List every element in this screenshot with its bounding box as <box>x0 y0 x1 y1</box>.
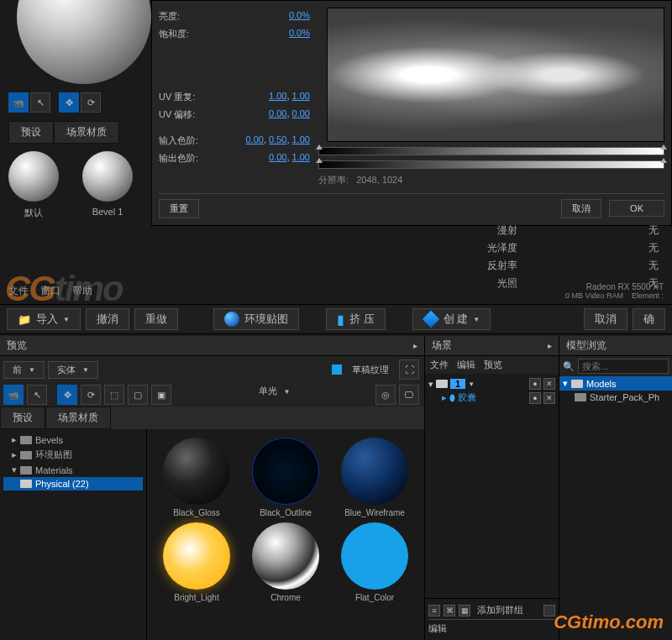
material-chrome[interactable]: Chrome <box>243 522 328 602</box>
folder-icon <box>20 466 32 475</box>
draft-texture-label[interactable]: 草稿纹理 <box>352 364 389 376</box>
preset-bevel1[interactable]: Bevel 1 <box>82 151 133 219</box>
scene-index: 1 <box>450 379 465 389</box>
scene-menu-edit[interactable]: 编辑 <box>457 359 475 371</box>
collapse-icon[interactable]: ▸ <box>413 341 417 350</box>
reset-button[interactable]: 重置 <box>159 199 199 218</box>
search-input[interactable] <box>578 359 669 374</box>
extrude-button[interactable]: ▮挤 压 <box>326 308 386 330</box>
material-black-outline[interactable]: Black_Outline <box>243 438 328 517</box>
folder-icon <box>20 436 32 444</box>
preset-default[interactable]: 默认 <box>8 151 59 219</box>
tree-envmaps[interactable]: ▸ 环境贴图 <box>3 447 143 463</box>
move-icon[interactable]: ✥ <box>59 92 79 113</box>
view-selector[interactable]: 前▼ <box>3 361 45 379</box>
tree-bevels[interactable]: ▸ Bevels <box>3 433 143 447</box>
import-button[interactable]: 📁导入▼ <box>7 308 81 330</box>
out-lvl-2[interactable]: 1.00 <box>292 152 310 162</box>
scene-menu-file[interactable]: 文件 <box>430 359 449 371</box>
folder-icon: 📁 <box>18 313 31 326</box>
uv-repeat-y[interactable]: 1.00 <box>292 91 310 101</box>
redo-button[interactable]: 重做 <box>134 308 178 330</box>
scene-root[interactable]: ▾ 1 ▼ ● ✕ <box>428 377 555 391</box>
create-button[interactable]: 创 建▼ <box>412 308 491 330</box>
scene-menu-preview[interactable]: 预览 <box>484 359 502 371</box>
tab-presets[interactable]: 预设 <box>0 407 45 429</box>
camera-icon[interactable]: 📹 <box>3 385 24 405</box>
checkbox[interactable] <box>543 605 555 616</box>
channel-gloss-value[interactable]: 无 <box>648 241 659 255</box>
undo-button[interactable]: 撤消 <box>86 308 129 330</box>
group-icon[interactable]: ▦ <box>459 605 470 616</box>
preset-label: 默认 <box>8 207 59 219</box>
material-bright-light[interactable]: Bright_Light <box>154 522 239 602</box>
tab-scene-materials[interactable]: 场景材质 <box>54 121 119 144</box>
search-icon: 🔍 <box>563 361 575 372</box>
out-lvl-1[interactable]: 0.00 <box>269 152 286 162</box>
uv-offset-x[interactable]: 0.00 <box>269 108 286 118</box>
brightness-value[interactable]: 0.0% <box>289 10 310 23</box>
resolution-value: 2048, 1024 <box>356 175 402 185</box>
input-levels-slider[interactable] <box>318 147 664 155</box>
tree-materials[interactable]: ▾ Materials <box>3 463 143 477</box>
brightness-label: 亮度: <box>159 10 180 23</box>
shading-selector[interactable]: 实体▼ <box>48 361 98 379</box>
material-black-gloss[interactable]: Black_Gloss <box>154 438 239 517</box>
tree-physical[interactable]: Physical (22) <box>3 477 143 490</box>
folder-icon <box>436 380 448 388</box>
display-icon[interactable]: 🖵 <box>399 385 419 405</box>
delete-button[interactable]: ✕ <box>543 378 555 390</box>
visibility-toggle[interactable]: ● <box>529 378 541 390</box>
scene-edit-label[interactable]: 编辑 <box>428 622 447 635</box>
model-starter-pack[interactable]: Starter_Pack_Ph <box>559 391 672 404</box>
move-icon[interactable]: ✥ <box>57 385 77 405</box>
models-folder[interactable]: ▾ Models <box>559 376 672 391</box>
tool-icon[interactable]: ▣ <box>151 385 171 405</box>
rotate-icon[interactable]: ⟳ <box>81 385 101 405</box>
tool-icon[interactable]: ▢ <box>128 385 148 405</box>
cursor-icon[interactable]: ↖ <box>27 385 47 405</box>
cancel-button[interactable]: 取消 <box>561 199 601 218</box>
main-ok-button[interactable]: 确 <box>633 308 665 330</box>
main-cancel-button[interactable]: 取消 <box>584 308 627 330</box>
uv-repeat-label: UV 重复: <box>159 91 195 103</box>
menu-window[interactable]: 窗口 <box>40 284 60 297</box>
in-lvl-3[interactable]: 1.00 <box>292 134 310 144</box>
output-levels-label: 输出色阶: <box>159 152 198 165</box>
scene-item-capsule[interactable]: ▸ ⬮ 胶囊 ● ✕ <box>428 391 555 405</box>
rotate-icon[interactable]: ⟳ <box>81 92 101 113</box>
ok-button[interactable]: OK <box>609 200 664 217</box>
collapse-icon[interactable]: ▸ <box>548 341 552 350</box>
resolution-label: 分辨率: <box>318 175 349 185</box>
menu-file[interactable]: 文件 <box>8 284 29 297</box>
environment-settings-dialog: 亮度:0.0% 饱和度:0.0% UV 重复:1.00, 1.00 UV 偏移:… <box>151 0 672 226</box>
folder-icon <box>20 480 32 488</box>
uv-repeat-x[interactable]: 1.00 <box>269 91 286 101</box>
menu-help[interactable]: 帮助 <box>72 284 92 297</box>
material-blue-wireframe[interactable]: Blue_Wireframe <box>332 438 417 517</box>
tab-scene-materials[interactable]: 场景材质 <box>45 407 111 429</box>
visibility-toggle[interactable]: ● <box>529 392 541 404</box>
in-lvl-1[interactable]: 0.00 <box>245 134 263 144</box>
delete-button[interactable]: ✕ <box>543 392 555 404</box>
camera-icon[interactable]: 📹 <box>8 92 29 113</box>
lighting-selector[interactable]: 单光▼ <box>259 385 291 405</box>
uv-offset-y[interactable]: 0.00 <box>292 108 310 118</box>
channel-diffuse-value[interactable]: 无 <box>648 223 659 238</box>
link-icon[interactable]: ⌘ <box>444 605 455 616</box>
filter-icon[interactable]: ≡ <box>428 605 440 616</box>
saturation-value[interactable]: 0.0% <box>289 28 310 40</box>
material-flat-color[interactable]: Flat_Color <box>332 522 417 602</box>
color-swatch[interactable] <box>332 365 342 375</box>
target-icon[interactable]: ◎ <box>375 385 396 405</box>
fullscreen-icon[interactable]: ⛶ <box>399 359 419 380</box>
globe-icon <box>224 312 239 327</box>
cursor-icon[interactable]: ↖ <box>30 92 50 113</box>
scale-icon[interactable]: ⬚ <box>104 385 124 405</box>
in-lvl-2[interactable]: 0.50 <box>269 134 286 144</box>
tab-presets[interactable]: 预设 <box>8 121 54 144</box>
output-levels-slider[interactable] <box>318 160 664 169</box>
add-to-group-label[interactable]: 添加到群组 <box>477 604 523 616</box>
channel-reflect-value[interactable]: 无 <box>648 259 659 273</box>
envmap-button[interactable]: 环境贴图 <box>213 308 299 330</box>
